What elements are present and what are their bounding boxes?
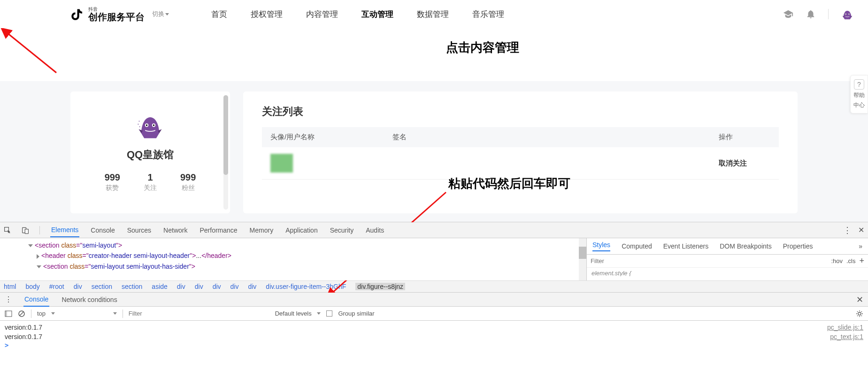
cls-toggle[interactable]: .cls xyxy=(846,257,856,264)
profile-card: QQ皇族馆 999获赞 1关注 999粉丝 xyxy=(70,91,230,213)
col-user: 头像/用户名称 xyxy=(270,133,392,142)
crumb[interactable]: body xyxy=(25,283,39,290)
inspect-icon[interactable] xyxy=(4,226,11,234)
console-body[interactable]: version:0.1.7pc_slide.js:1 version:0.1.7… xyxy=(0,321,868,385)
crumb[interactable]: #root xyxy=(49,283,64,290)
tab-memory[interactable]: Memory xyxy=(249,224,275,237)
add-rule-icon[interactable]: + xyxy=(859,256,864,266)
follow-list-card: 关注列表 头像/用户名称 签名 操作 取消关注 xyxy=(243,91,798,213)
devtools-tabs: Elements Console Sources Network Perform… xyxy=(0,222,868,238)
nav-data[interactable]: 数据管理 xyxy=(417,9,449,20)
nav-music[interactable]: 音乐管理 xyxy=(472,9,504,20)
group-similar-label: Group similar xyxy=(338,310,374,317)
user-avatar-large xyxy=(135,110,165,140)
crumb[interactable]: html xyxy=(4,283,16,290)
tab-performance[interactable]: Performance xyxy=(199,224,238,237)
crumb[interactable]: div xyxy=(195,283,203,290)
console-line: version:0.1.7pc_slide.js:1 xyxy=(5,323,863,332)
drawer-tab-netcond[interactable]: Network conditions xyxy=(61,293,118,306)
console-toolbar: top Default levels Group similar xyxy=(0,307,868,321)
console-source-link[interactable]: pc_slide.js:1 xyxy=(827,324,863,331)
console-prompt[interactable]: > xyxy=(5,341,863,349)
graduation-cap-icon[interactable] xyxy=(783,9,793,19)
svg-point-10 xyxy=(138,124,138,125)
follow-list-title: 关注列表 xyxy=(262,105,779,119)
tab-sources[interactable]: Sources xyxy=(126,224,152,237)
drawer-kebab-icon[interactable]: ⋮ xyxy=(5,295,12,304)
crumb[interactable]: section xyxy=(122,283,142,290)
col-signature: 签名 xyxy=(392,133,719,142)
tab-network[interactable]: Network xyxy=(162,224,188,237)
nav-interact[interactable]: 互动管理 xyxy=(361,9,393,20)
crumb-selected[interactable]: div.figure--s8jnz xyxy=(355,283,405,290)
tab-security[interactable]: Security xyxy=(329,224,355,237)
styles-pane: Styles Computed Event Listeners DOM Brea… xyxy=(586,238,868,280)
styles-filter-input[interactable] xyxy=(591,257,827,264)
hov-toggle[interactable]: :hov xyxy=(831,257,843,264)
annotation-mid: 粘贴代码然后回车即可 xyxy=(448,175,570,192)
tab-audits[interactable]: Audits xyxy=(365,224,385,237)
nav-home[interactable]: 首页 xyxy=(211,9,227,20)
table-row: 取消关注 xyxy=(262,147,779,180)
styles-tab-props[interactable]: Properties xyxy=(783,242,813,250)
dom-scrollbar[interactable] xyxy=(579,238,586,280)
styles-more-icon[interactable]: » xyxy=(859,242,862,250)
styles-tab-styles[interactable]: Styles xyxy=(592,241,610,251)
sidebar-toggle-icon[interactable] xyxy=(5,310,12,317)
dom-tree[interactable]: <section class="semi-layout"> <header cl… xyxy=(0,238,586,280)
arrow-top-icon xyxy=(0,28,66,80)
profile-scrollbar[interactable] xyxy=(223,95,228,210)
user-avatar-small[interactable] xyxy=(841,8,854,21)
switch-link[interactable]: 切换 xyxy=(152,10,169,18)
logo-block[interactable]: 抖音 创作服务平台 切换 xyxy=(70,7,169,22)
levels-select[interactable]: Default levels xyxy=(275,310,321,317)
svg-point-9 xyxy=(138,121,139,121)
crumb[interactable]: div xyxy=(74,283,82,290)
row-avatar-blurred xyxy=(270,154,293,173)
main-nav: 首页 授权管理 内容管理 互动管理 数据管理 音乐管理 xyxy=(211,9,504,20)
svg-line-4 xyxy=(7,33,56,73)
styles-body[interactable]: element.style { xyxy=(587,268,868,276)
separator xyxy=(828,9,829,19)
styles-tab-dombp[interactable]: DOM Breakpoints xyxy=(720,242,771,250)
nav-auth[interactable]: 授权管理 xyxy=(251,9,283,20)
context-select[interactable]: top xyxy=(37,310,55,317)
tab-console[interactable]: Console xyxy=(90,224,115,237)
clear-console-icon[interactable] xyxy=(18,310,25,317)
tab-elements[interactable]: Elements xyxy=(50,223,79,237)
table-header: 头像/用户名称 签名 操作 xyxy=(262,127,779,147)
crumb[interactable]: div xyxy=(213,283,221,290)
nav-content[interactable]: 内容管理 xyxy=(306,9,338,20)
kebab-icon[interactable]: ⋮ xyxy=(843,225,852,235)
annotation-top: 点击内容管理 xyxy=(446,39,519,56)
logo-small-text: 抖音 xyxy=(88,7,145,12)
col-action: 操作 xyxy=(719,133,770,142)
unfollow-button[interactable]: 取消关注 xyxy=(719,159,770,168)
bell-icon[interactable] xyxy=(806,9,816,19)
styles-tab-listeners[interactable]: Event Listeners xyxy=(663,242,709,250)
drawer-tabs: ⋮ Console Network conditions ✕ xyxy=(0,293,868,307)
group-similar-checkbox[interactable] xyxy=(326,310,332,317)
console-filter-input[interactable] xyxy=(129,310,269,317)
close-devtools-icon[interactable]: ✕ xyxy=(858,226,864,234)
console-settings-icon[interactable] xyxy=(856,310,863,317)
crumb[interactable]: div xyxy=(248,283,256,290)
crumb[interactable]: div xyxy=(230,283,239,290)
crumb[interactable]: div xyxy=(177,283,185,290)
svg-point-7 xyxy=(146,124,147,126)
crumb[interactable]: div.user-figure-item--3hGhF xyxy=(266,283,346,290)
crumb[interactable]: section xyxy=(92,283,112,290)
tab-application[interactable]: Application xyxy=(284,224,319,237)
stat-likes: 999获赞 xyxy=(105,172,120,192)
console-line: version:0.1.7pc_text.js:1 xyxy=(5,332,863,341)
svg-point-20 xyxy=(858,312,861,315)
console-source-link[interactable]: pc_text.js:1 xyxy=(830,333,863,340)
device-toggle-icon[interactable] xyxy=(22,226,29,234)
caret-down-icon xyxy=(165,13,169,15)
drawer-close-icon[interactable]: ✕ xyxy=(856,294,863,305)
douyin-logo-icon xyxy=(70,8,84,21)
drawer-tab-console[interactable]: Console xyxy=(23,293,49,307)
styles-tab-computed[interactable]: Computed xyxy=(622,242,652,250)
help-center-float[interactable]: ? 帮助 中心 xyxy=(850,75,868,113)
crumb[interactable]: aside xyxy=(152,283,167,290)
